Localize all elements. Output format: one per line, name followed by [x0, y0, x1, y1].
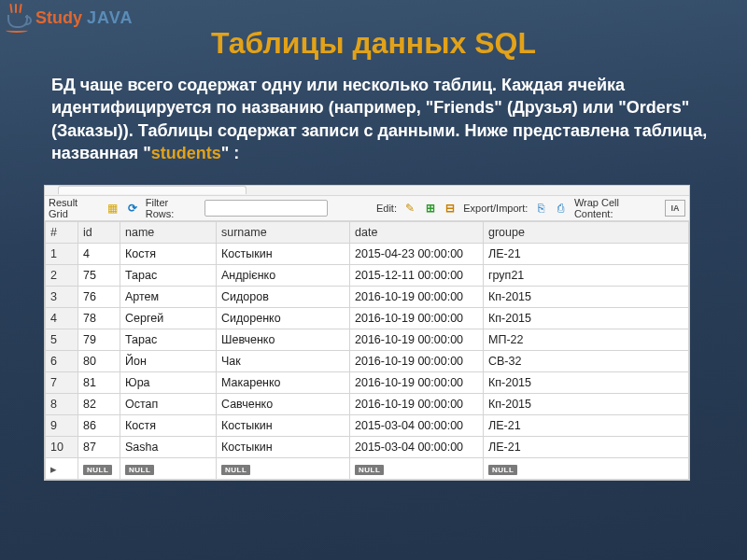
table-row[interactable]: 478СергейСидоренко2016-10-19 00:00:00Кп-…: [46, 308, 689, 329]
cell-name[interactable]: Сергей: [120, 308, 217, 329]
cell-rownum[interactable]: 3: [46, 287, 78, 308]
cell-groupe[interactable]: Кп-2015: [484, 394, 689, 415]
cell-rownum[interactable]: 2: [46, 265, 78, 287]
cell-groupe[interactable]: NULL: [484, 458, 689, 480]
cell-name[interactable]: Артем: [120, 287, 217, 308]
cell-date[interactable]: 2016-10-19 00:00:00: [350, 372, 484, 394]
cell-surname[interactable]: Шевченко: [217, 329, 350, 351]
cell-id[interactable]: 75: [78, 265, 120, 287]
result-grid-panel: Result Grid ▦ ⟳ Filter Rows: 🔍 Edit: ✎ ⊞…: [44, 185, 690, 481]
cell-name[interactable]: NULL: [120, 458, 217, 480]
cell-name[interactable]: Остап: [120, 394, 217, 415]
table-null-row[interactable]: ▸NULLNULLNULLNULLNULL: [46, 458, 689, 480]
cell-surname[interactable]: NULL: [217, 458, 350, 480]
cell-date[interactable]: 2015-03-04 00:00:00: [350, 415, 484, 437]
cell-name[interactable]: Йон: [120, 351, 217, 372]
cell-groupe[interactable]: ЛЕ-21: [484, 244, 689, 265]
cell-date[interactable]: 2016-10-19 00:00:00: [350, 287, 484, 308]
cell-groupe[interactable]: Кп-2015: [484, 308, 689, 329]
cell-surname[interactable]: Сидоренко: [217, 308, 350, 329]
cell-date[interactable]: 2016-10-19 00:00:00: [350, 329, 484, 351]
export-icon[interactable]: ⎘: [533, 201, 548, 216]
edit-row-icon[interactable]: ✎: [402, 201, 417, 216]
edit-label: Edit:: [376, 203, 397, 214]
intro-highlight: students: [151, 144, 221, 162]
cell-rownum[interactable]: 1: [46, 244, 78, 265]
cell-groupe[interactable]: МП-22: [484, 329, 689, 351]
cell-surname[interactable]: Костыкин: [217, 244, 350, 265]
add-row-icon[interactable]: ⊞: [423, 201, 438, 216]
null-pill: NULL: [221, 465, 250, 475]
table-row[interactable]: 781ЮраМакаренко2016-10-19 00:00:00Кп-201…: [46, 372, 689, 394]
cell-rownum[interactable]: 6: [46, 351, 78, 372]
filter-rows-input[interactable]: [204, 200, 328, 217]
table-row[interactable]: 680ЙонЧак2016-10-19 00:00:00СВ-32: [46, 351, 689, 372]
import-icon[interactable]: ⎙: [554, 201, 569, 216]
cell-name[interactable]: Тарас: [120, 265, 217, 287]
cell-id[interactable]: 87: [78, 437, 120, 458]
cell-surname[interactable]: Костыкин: [217, 415, 350, 437]
cell-surname[interactable]: Макаренко: [217, 372, 350, 394]
table-row[interactable]: 882ОстапСавченко2016-10-19 00:00:00Кп-20…: [46, 394, 689, 415]
cell-rownum[interactable]: 9: [46, 415, 78, 437]
cell-groupe[interactable]: Кп-2015: [484, 287, 689, 308]
cell-date[interactable]: 2015-12-11 00:00:00: [350, 265, 484, 287]
cell-date[interactable]: 2016-10-19 00:00:00: [350, 394, 484, 415]
cell-id[interactable]: 80: [78, 351, 120, 372]
cell-rownum[interactable]: 10: [46, 437, 78, 458]
cell-rownum[interactable]: 7: [46, 372, 78, 394]
cell-groupe[interactable]: груп21: [484, 265, 689, 287]
cell-name[interactable]: Sasha: [120, 437, 217, 458]
delete-row-icon[interactable]: ⊟: [444, 201, 458, 216]
col-header-date[interactable]: date: [350, 222, 484, 244]
table-row[interactable]: 1087SashaКостыкин2015-03-04 00:00:00ЛЕ-2…: [46, 437, 689, 458]
null-pill: NULL: [125, 465, 154, 475]
col-header-id[interactable]: id: [78, 222, 120, 244]
intro-paragraph: БД чаще всего содержат одну или нескольк…: [51, 74, 710, 164]
cell-groupe[interactable]: ЛЕ-21: [484, 415, 689, 437]
cell-groupe[interactable]: ЛЕ-21: [484, 437, 689, 458]
col-header-rownum[interactable]: #: [46, 222, 78, 244]
cell-groupe[interactable]: СВ-32: [484, 351, 689, 372]
cell-name[interactable]: Костя: [120, 415, 217, 437]
table-row[interactable]: 376АртемСидоров2016-10-19 00:00:00Кп-201…: [46, 287, 689, 308]
cell-rownum[interactable]: 8: [46, 394, 78, 415]
cell-date[interactable]: 2016-10-19 00:00:00: [350, 308, 484, 329]
cell-name[interactable]: Костя: [120, 244, 217, 265]
cell-groupe[interactable]: Кп-2015: [484, 372, 689, 394]
cell-surname[interactable]: Андрієнко: [217, 265, 350, 287]
grid-icon[interactable]: ▦: [105, 201, 120, 216]
col-header-surname[interactable]: surname: [217, 222, 350, 244]
refresh-icon[interactable]: ⟳: [125, 201, 140, 216]
cell-id[interactable]: NULL: [78, 458, 120, 480]
wrap-cell-icon[interactable]: IA: [665, 200, 685, 217]
cell-id[interactable]: 79: [78, 329, 120, 351]
cell-id[interactable]: 78: [78, 308, 120, 329]
cell-date[interactable]: 2015-04-23 00:00:00: [350, 244, 484, 265]
result-tab[interactable]: [58, 186, 247, 194]
cell-rownum[interactable]: 4: [46, 308, 78, 329]
cell-rownum[interactable]: ▸: [46, 458, 78, 480]
cell-id[interactable]: 86: [78, 415, 120, 437]
cell-date[interactable]: 2016-10-19 00:00:00: [350, 351, 484, 372]
cell-name[interactable]: Тарас: [120, 329, 217, 351]
cell-name[interactable]: Юра: [120, 372, 217, 394]
table-row[interactable]: 14КостяКостыкин2015-04-23 00:00:00ЛЕ-21: [46, 244, 689, 265]
col-header-name[interactable]: name: [120, 222, 217, 244]
cell-surname[interactable]: Сидоров: [217, 287, 350, 308]
cell-surname[interactable]: Савченко: [217, 394, 350, 415]
cell-id[interactable]: 4: [78, 244, 120, 265]
table-row[interactable]: 275ТарасАндрієнко2015-12-11 00:00:00груп…: [46, 265, 689, 287]
col-header-groupe[interactable]: groupe: [484, 222, 689, 244]
cell-date[interactable]: NULL: [350, 458, 484, 480]
cell-surname[interactable]: Чак: [217, 351, 350, 372]
cell-id[interactable]: 82: [78, 394, 120, 415]
cell-id[interactable]: 81: [78, 372, 120, 394]
table-row[interactable]: 986КостяКостыкин2015-03-04 00:00:00ЛЕ-21: [46, 415, 689, 437]
cell-id[interactable]: 76: [78, 287, 120, 308]
table-row[interactable]: 579ТарасШевченко2016-10-19 00:00:00МП-22: [46, 329, 689, 351]
cell-date[interactable]: 2015-03-04 00:00:00: [350, 437, 484, 458]
cell-surname[interactable]: Костыкин: [217, 437, 350, 458]
cell-rownum[interactable]: 5: [46, 329, 78, 351]
logo-text-study: Study: [35, 8, 82, 27]
